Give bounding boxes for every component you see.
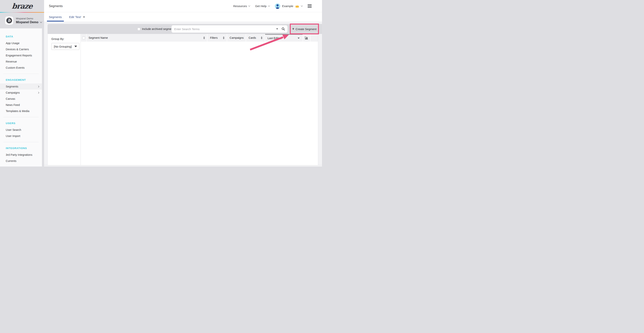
- sidebar-item-label: News Feed: [6, 103, 20, 107]
- sidebar-item-label: Campaigns: [6, 91, 20, 94]
- column-header-spacer: [310, 34, 318, 42]
- group-by-dropdown[interactable]: [No Grouping]: [51, 43, 79, 50]
- sidebar-item-revenue[interactable]: Revenue: [0, 59, 42, 65]
- group-by-panel: Group By: [No Grouping]: [48, 34, 81, 165]
- main-area: Segments Resources Get Help Example: [44, 0, 322, 167]
- user-avatar-icon: [275, 4, 280, 9]
- sidebar-item-templates-media[interactable]: Templates & Media: [0, 108, 42, 114]
- include-archived-label[interactable]: Include archived segments: [142, 28, 175, 31]
- group-by-label: Group By:: [51, 37, 80, 41]
- tabs-row: Segments Edit 'Test' ✖: [44, 12, 322, 22]
- sidebar-section-users: USERS: [0, 120, 42, 126]
- column-header-analytics[interactable]: [303, 34, 310, 42]
- chevron-down-icon: [40, 21, 42, 23]
- workspace-avatar-letter: b: [6, 18, 12, 24]
- sidebar-item-user-search[interactable]: User Search: [0, 127, 42, 133]
- sidebar-item-label: Engagement Reports: [6, 54, 32, 57]
- workspace-avatar: b: [5, 17, 13, 25]
- resources-menu[interactable]: Resources: [233, 5, 250, 8]
- workspace-name: Mixpanel Demo: [16, 21, 38, 24]
- sidebar-logo-area: braze: [0, 0, 44, 12]
- group-by-value: [No Grouping]: [54, 45, 72, 48]
- tab-label: Segments: [49, 15, 62, 19]
- column-header-cards[interactable]: Cards: [246, 34, 265, 42]
- sidebar-item-news-feed[interactable]: News Feed: [0, 102, 42, 108]
- sidebar-section-integrations: INTEGRATIONS: [0, 145, 42, 151]
- braze-logo: braze: [12, 2, 32, 10]
- bar-chart-icon: [305, 36, 308, 40]
- sidebar-item-label: Custom Events: [6, 66, 24, 69]
- sidebar-item-devices-carriers[interactable]: Devices & Carriers: [0, 46, 42, 52]
- sidebar-item-label: Segments: [6, 85, 18, 88]
- page-title: Segments: [49, 5, 63, 8]
- column-header-campaigns[interactable]: Campaigns: [227, 34, 246, 42]
- hamburger-menu-icon[interactable]: [308, 5, 312, 8]
- tab-label: Edit 'Test': [69, 15, 81, 19]
- column-label: Campaigns: [230, 36, 244, 39]
- workspace-selector[interactable]: b Mixpanel Demo Mixpanel Demo: [0, 13, 44, 28]
- sidebar-item-label: Revenue: [6, 60, 17, 63]
- app-group-label: Mixpanel Demo: [16, 17, 42, 20]
- crown-icon: [295, 5, 299, 8]
- sidebar-item-label: App Usage: [6, 42, 20, 45]
- column-header-last-edited[interactable]: Last Edited: [265, 34, 303, 42]
- search-icon[interactable]: [282, 27, 285, 31]
- sidebar-item-label: Currents: [6, 159, 16, 162]
- chevron-down-icon: [301, 5, 303, 7]
- left-gutter: [44, 34, 48, 165]
- sidebar: braze b Mixpanel Demo Mixpanel Demo DATA…: [0, 0, 44, 167]
- sidebar-item-campaigns[interactable]: Campaigns: [0, 90, 42, 96]
- sidebar-item-label: Canvas: [6, 97, 15, 100]
- sidebar-item-segments[interactable]: Segments: [0, 84, 42, 90]
- sidebar-nav: DATA App Usage Devices & Carriers Engage…: [0, 28, 42, 167]
- chevron-right-icon: [38, 92, 39, 94]
- sidebar-item-label: Devices & Carriers: [6, 48, 29, 51]
- select-all-checkbox[interactable]: [82, 37, 85, 39]
- resources-label: Resources: [233, 5, 247, 8]
- tab-edit-test[interactable]: Edit 'Test' ✖: [69, 12, 85, 22]
- column-label: Last Edited: [268, 37, 282, 40]
- column-label: Cards: [248, 36, 256, 39]
- segments-table: Segment Name Filters Campaigns Cards Las…: [81, 34, 322, 165]
- sort-icon[interactable]: [203, 37, 205, 39]
- user-name: Example: [282, 5, 293, 8]
- chevron-down-icon: [248, 5, 250, 7]
- segments-page-body: Include archived segments + Create Segme…: [44, 22, 322, 167]
- column-dropdown-caret-icon[interactable]: [298, 38, 300, 39]
- sidebar-item-3rd-party-integrations[interactable]: 3rd Party Integrations: [0, 152, 42, 158]
- column-label: Segment Name: [88, 36, 108, 39]
- sidebar-item-currents[interactable]: Currents: [0, 158, 42, 164]
- sort-icon[interactable]: [223, 37, 224, 39]
- column-header-filters[interactable]: Filters: [208, 34, 227, 42]
- column-label: Filters: [210, 36, 218, 39]
- sidebar-item-engagement-reports[interactable]: Engagement Reports: [0, 52, 42, 59]
- include-archived-checkbox[interactable]: [138, 28, 140, 31]
- chevron-right-icon: [38, 86, 39, 88]
- get-help-menu[interactable]: Get Help: [255, 5, 270, 8]
- top-bar: Segments Resources Get Help Example: [44, 0, 322, 12]
- plus-icon: +: [292, 27, 294, 31]
- close-icon[interactable]: ✖: [83, 16, 85, 18]
- sidebar-section-data: DATA: [0, 33, 42, 40]
- segments-toolbar: Include archived segments + Create Segme…: [48, 24, 322, 34]
- sidebar-item-label: 3rd Party Integrations: [6, 153, 32, 156]
- table-right-border: [318, 34, 318, 165]
- user-menu[interactable]: Example: [275, 4, 302, 9]
- sidebar-item-label: User Import: [6, 134, 20, 138]
- sidebar-item-user-import[interactable]: User Import: [0, 133, 42, 139]
- sidebar-divider: [3, 74, 38, 74]
- chevron-down-icon: [268, 5, 270, 7]
- sidebar-divider: [3, 142, 38, 142]
- sidebar-item-custom-events[interactable]: Custom Events: [0, 65, 42, 71]
- segment-search-box: [172, 25, 288, 33]
- sort-icon[interactable]: [261, 37, 262, 39]
- sidebar-item-canvas[interactable]: Canvas: [0, 96, 42, 102]
- tab-segments[interactable]: Segments: [49, 12, 62, 22]
- search-input[interactable]: [174, 28, 276, 31]
- sidebar-item-app-usage[interactable]: App Usage: [0, 40, 42, 46]
- search-dropdown-caret-icon[interactable]: [276, 28, 278, 30]
- sidebar-item-label: Templates & Media: [6, 110, 29, 113]
- create-segment-button[interactable]: + Create Segment: [291, 25, 318, 33]
- create-segment-label: Create Segment: [296, 28, 316, 31]
- column-header-segment-name[interactable]: Segment Name: [87, 34, 207, 42]
